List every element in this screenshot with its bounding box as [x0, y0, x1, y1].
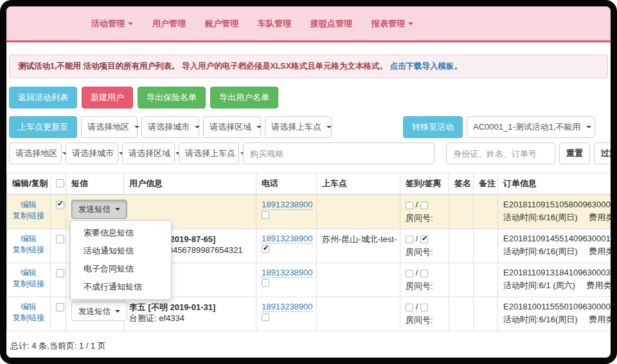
slash-separator: / — [416, 200, 418, 209]
export-user-list-button[interactable]: 导出用户名单 — [210, 87, 278, 108]
copy-link[interactable]: 复制链接 — [12, 279, 45, 290]
select-value: 请选择区域 — [210, 121, 251, 133]
room-number-label: 房间号: — [406, 315, 443, 326]
chevron-down-icon — [326, 126, 332, 128]
filter-button[interactable]: 过滤 — [594, 143, 617, 164]
signature-cell — [449, 263, 474, 297]
select-value: 请选择城市 — [148, 121, 190, 133]
pickup-point-select-2[interactable]: 请选择上车点 — [179, 143, 239, 164]
search-input[interactable] — [446, 143, 555, 164]
edit-link[interactable]: 编辑 — [12, 302, 45, 313]
header-edit-copy: 编辑/复制 — [7, 173, 51, 195]
phone-link[interactable]: 18913238900 — [262, 268, 313, 278]
select-value: 请选择地区 — [15, 148, 57, 159]
window-frame: 活动管理 用户管理 账户管理 车队管理 接驳点管理 报表管理 测试活动1,不能用… — [0, 0, 617, 364]
phone-checkbox[interactable] — [262, 313, 269, 321]
checkout-checkbox[interactable] — [420, 202, 428, 209]
new-user-button[interactable]: 新建用户 — [82, 87, 133, 108]
nav-label: 车队管理 — [258, 18, 291, 30]
order-fee-type: 费用类型 — [589, 247, 617, 256]
sms-button-label: 发送短信 — [78, 306, 111, 317]
checkin-checkbox[interactable] — [406, 270, 413, 277]
menu-item-cancel-notice-sms[interactable]: 不成行通知短信 — [71, 278, 171, 296]
header-sms: 短信 — [66, 173, 124, 195]
order-activity-time: 活动时间:6/16(周日) — [503, 247, 578, 256]
order-fee-type: 费用类型 — [589, 315, 617, 324]
nav-report-management[interactable]: 报表管理 — [371, 18, 413, 30]
nav-fleet-management[interactable]: 车队管理 — [258, 18, 291, 30]
phone-checkbox[interactable] — [262, 211, 269, 219]
top-navbar: 活动管理 用户管理 账户管理 车队管理 接驳点管理 报表管理 — [6, 6, 611, 42]
nav-user-management[interactable]: 用户管理 — [152, 18, 186, 30]
send-sms-button[interactable]: 发送短信 — [71, 302, 127, 321]
nav-account-management[interactable]: 账户管理 — [205, 18, 238, 30]
edit-link[interactable]: 编辑 — [12, 234, 45, 245]
pagination-summary: 总计: 4 条,当前页: 1 / 1 页 — [6, 331, 611, 361]
edit-link[interactable]: 编辑 — [12, 200, 45, 211]
chevron-down-icon — [408, 22, 413, 25]
city-select-2[interactable]: 请选择城市 — [66, 143, 118, 164]
chevron-down-icon — [128, 22, 133, 25]
city-select[interactable]: 请选择城市 — [141, 116, 199, 138]
chevron-down-icon — [115, 208, 120, 211]
region-select-2[interactable]: 请选择地区 — [9, 143, 62, 164]
reset-button[interactable]: 重置 — [559, 143, 590, 164]
nav-label: 接驳点管理 — [310, 18, 352, 30]
slash-separator: / — [416, 302, 418, 311]
copy-link[interactable]: 复制链接 — [12, 245, 45, 256]
nav-activity-management[interactable]: 活动管理 — [91, 18, 133, 30]
select-value: 请选择上车点 — [271, 121, 321, 133]
order-activity-time: 活动时间:6/16(周日) — [503, 315, 578, 324]
pickup-point-select[interactable]: 请选择上车点 — [265, 116, 332, 138]
row-checkbox[interactable] — [56, 269, 64, 277]
target-activity-select[interactable]: AC0001_1-测试活动1,不能用 — [467, 116, 595, 138]
row-checkbox[interactable] — [56, 235, 64, 243]
room-number-label: 房间号: — [406, 281, 443, 292]
district-select[interactable]: 请选择区域 — [203, 116, 261, 138]
copy-link[interactable]: 复制链接 — [12, 313, 45, 324]
menu-item-request-info-sms[interactable]: 索要信息短信 — [71, 224, 171, 242]
checkout-checkbox[interactable] — [420, 236, 428, 243]
menu-item-e-contract-sms[interactable]: 电子合同短信 — [71, 260, 171, 278]
checkin-checkbox[interactable] — [406, 236, 413, 243]
checkin-checkbox[interactable] — [406, 304, 413, 311]
purchase-spec-input[interactable] — [243, 143, 434, 164]
transfer-to-activity-button[interactable]: 转移至活动 — [403, 116, 463, 138]
phone-link[interactable]: 18913238900 — [262, 302, 313, 312]
order-number: E20181001155501096300003 — [503, 302, 617, 311]
checkout-checkbox[interactable] — [420, 304, 428, 311]
phone-checkbox[interactable] — [262, 245, 269, 253]
phone-link[interactable]: 18913238900 — [262, 200, 313, 210]
select-value: 请选择城市 — [72, 148, 114, 159]
checkin-checkbox[interactable] — [406, 202, 413, 209]
checkout-checkbox[interactable] — [420, 270, 428, 277]
phone-link[interactable]: 18913238900 — [262, 234, 313, 244]
sms-dropdown-menu: 索要信息短信 活动通知短信 电子合同短信 不成行通知短信 — [70, 220, 172, 300]
slash-separator: / — [416, 234, 418, 243]
download-template-link[interactable]: 点击下载导入模板。 — [390, 62, 463, 71]
note-cell — [474, 297, 498, 331]
table-row: 编辑 复制链接 发送短信 索要信息短信 活动通知短信 电子合同短信 — [7, 195, 617, 229]
phone-checkbox[interactable] — [262, 279, 269, 287]
menu-item-activity-notice-sms[interactable]: 活动通知短信 — [71, 242, 171, 260]
user-info-line2: 台胞证: ef4334 — [129, 313, 251, 324]
edit-link[interactable]: 编辑 — [12, 268, 45, 279]
pickup-point-value: 苏州-昆山-城北-test- — [322, 234, 397, 244]
row-checkbox[interactable] — [56, 201, 64, 209]
select-all-checkbox[interactable] — [56, 179, 64, 187]
copy-link[interactable]: 复制链接 — [12, 211, 45, 221]
district-select-2[interactable]: 请选择区域 — [122, 143, 175, 164]
header-select-all — [51, 173, 66, 195]
user-table: 编辑/复制 短信 用户信息 电话 上车点 签到/签离 签名 备注 订单信息 编辑 — [6, 173, 617, 331]
region-select[interactable]: 请选择地区 — [81, 116, 138, 138]
send-sms-button[interactable]: 发送短信 — [71, 200, 127, 219]
signature-cell — [449, 195, 474, 229]
update-pickup-point-button[interactable]: 上车点更新至 — [9, 116, 77, 138]
signature-cell — [449, 297, 474, 331]
row-checkbox[interactable] — [56, 303, 64, 311]
table-row: 编辑 复制链接 发送短信 李五 [不明 2019-01-31] 台胞证: ef4… — [7, 297, 617, 331]
export-insurance-list-button[interactable]: 导出保险名单 — [138, 87, 206, 108]
back-to-activity-list-button[interactable]: 返回活动列表 — [9, 87, 77, 108]
order-activity-time: 活动时间:6/1 (周六) — [503, 281, 575, 290]
nav-shuttle-point-management[interactable]: 接驳点管理 — [310, 18, 352, 30]
